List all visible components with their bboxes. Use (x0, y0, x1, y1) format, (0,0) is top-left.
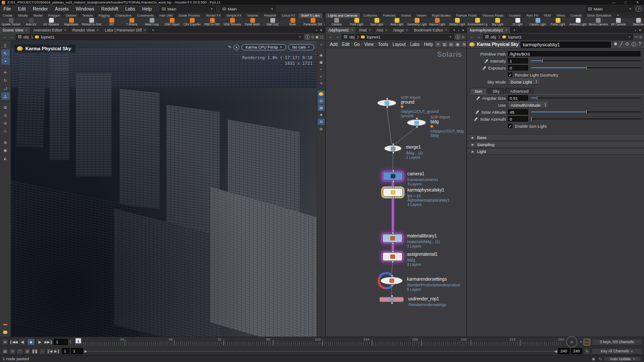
pane-tab--out[interactable]: /out✕ (374, 27, 391, 33)
stop-button[interactable]: ■ (27, 338, 35, 345)
ghost-icon[interactable]: ◐ (318, 73, 325, 80)
shelf-tool-portal-light[interactable]: Portal Light (548, 18, 568, 26)
slider-handle[interactable] (531, 116, 532, 122)
keyframe-pencil-icon[interactable] (474, 117, 478, 121)
chevron-down-icon[interactable]: ▼ (449, 35, 452, 38)
shelf-tool-uv-visualize[interactable]: UV Visualize (41, 18, 61, 26)
back-icon[interactable]: ← (328, 35, 333, 39)
back-icon[interactable]: ← (2, 35, 7, 39)
shelf-tab-terrain-fx[interactable]: Terrain FX (203, 13, 224, 18)
network-menu-layout[interactable]: Layout (390, 42, 408, 47)
checkbox-render-light-geometry[interactable]: ✓Render Light Geometry (508, 73, 558, 77)
palette-icon[interactable]: ▦ (455, 42, 461, 47)
shelf-tool-auto-uv[interactable]: Auto UV (21, 18, 41, 26)
shelf-tool-stereo-camera[interactable]: Stereo Camera (588, 18, 608, 26)
node-bldg[interactable] (407, 119, 426, 126)
network-menu-help[interactable]: Help (422, 42, 435, 47)
breadcrumb-node[interactable]: lopnet1 (367, 35, 380, 39)
forward-icon[interactable]: → (9, 35, 14, 39)
shelf-tab-collisions[interactable]: Collisions (360, 13, 380, 18)
snap-multi[interactable]: ◇ (1, 127, 10, 135)
shelf-tool-vat[interactable]: VAT (102, 18, 122, 26)
shelf-tool-mapsbaker[interactable]: MapsBaker (61, 18, 81, 26)
shelf-tab-particle-fluids[interactable]: Particle Fluids (454, 13, 480, 18)
desktop-selector[interactable]: Main ▼ (160, 6, 216, 12)
keyframe-pencil-icon[interactable] (476, 96, 480, 100)
pane-tab-labs-parameter-diff[interactable]: Labs | Parameter Diff✕ (102, 27, 149, 33)
shelf-tool-detail-mesh[interactable]: Detail Mesh (242, 18, 262, 26)
param-slider[interactable] (531, 109, 641, 115)
tab-sky[interactable]: Sky (488, 88, 504, 94)
shelf-tab-characters[interactable]: Characters (113, 13, 135, 18)
pencil-icon[interactable]: ✎ (228, 45, 232, 49)
tools-icon[interactable]: ✕ (435, 42, 441, 47)
radial-menu-selector[interactable]: Main ▼ (586, 6, 634, 12)
shelf-dock-icon[interactable]: ▬ (1, 320, 10, 327)
shelf-tab-crowds[interactable]: Crowds (568, 13, 584, 18)
select-tool[interactable]: ↖ (1, 49, 10, 57)
network-canvas[interactable]: Solaris SOP Importground/obj/geo1/OUT_gr… (326, 48, 466, 337)
frame-spinner[interactable]: ▲▼ (69, 340, 71, 344)
pane-tab-karmaphysicalsky1[interactable]: karmaphysicalsky1✕ (467, 27, 511, 33)
shelf-tool-camera[interactable]: Camera (326, 18, 346, 26)
keyframe-pencil-icon[interactable] (475, 110, 479, 114)
brush-icon[interactable]: ╱ (620, 42, 623, 48)
slider-handle[interactable] (586, 109, 587, 115)
node-name-field[interactable]: karmaphysicalsky1 (521, 42, 611, 48)
lops-lights-icon[interactable]: ◎ (318, 97, 325, 104)
range-start-icon[interactable]: ❙◀ (46, 348, 53, 355)
shelf-tool-environment-light[interactable]: Environment Light (467, 18, 487, 26)
shelf-tab-rigging[interactable]: Rigging (96, 13, 112, 18)
node-merge1[interactable] (384, 145, 402, 152)
link-number-badge[interactable]: 1 (455, 35, 460, 39)
node-karmaphysicalsky1[interactable] (383, 188, 403, 197)
playhead[interactable]: 1 (75, 338, 81, 344)
search-icon[interactable]: ⊙ (625, 42, 629, 48)
shelf-tab-modify[interactable]: Modify (16, 13, 31, 18)
frame-ruler[interactable]: 1 24487296120144168192216240 (75, 338, 562, 346)
shelf-tab-rigid-bodies[interactable]: Rigid Bodies (430, 13, 454, 18)
headlight-icon[interactable]: ☀ (318, 80, 325, 87)
pane-menu-icon[interactable]: ▼ (319, 28, 323, 32)
path-breadcrumb[interactable]: obj ❯ lopnet1 ▼ (483, 34, 633, 40)
minimize-button[interactable]: — (609, 0, 619, 4)
range-right-handle[interactable]: ◀ (554, 349, 557, 353)
keyframe-pencil-icon[interactable] (484, 59, 488, 63)
link-number-badge[interactable]: 1 (305, 35, 310, 39)
network-menu-view[interactable]: View (362, 42, 376, 47)
current-frame-field[interactable]: 1 (54, 339, 68, 345)
shelf-tab-wires[interactable]: Wires (554, 13, 568, 18)
display-points-icon[interactable]: ◈ (318, 111, 325, 118)
shelf-tool-vr-camera[interactable]: VR Camera (608, 18, 628, 26)
view-options-icon[interactable]: ◉ (318, 52, 325, 59)
breadcrumb-context[interactable]: obj (490, 35, 496, 39)
menu-assets[interactable]: Assets (51, 5, 72, 13)
shelf-tool-spot-light[interactable]: Spot Light (367, 18, 387, 26)
shelf-tool-geometry-light[interactable]: Geometry Light (407, 18, 427, 26)
shelf-tool-distant-light[interactable]: Distant Light (447, 18, 467, 26)
checkbox-box[interactable]: ✓ (508, 73, 512, 77)
close-icon[interactable]: ✕ (351, 28, 354, 32)
menu-labs[interactable]: Labs (122, 5, 139, 13)
shelf-tool-caustic-light[interactable]: Caustic Light (528, 18, 548, 26)
desktop-selector-2[interactable]: Main ▼ (220, 6, 276, 12)
shelf-tab-cloud-fx[interactable]: Cloud FX (279, 13, 298, 18)
auto-key-icon[interactable]: @ (24, 348, 31, 355)
scoped-channels-icon[interactable]: ⌐¬ (584, 339, 590, 345)
memory-icon[interactable]: ◉ (592, 357, 595, 361)
node-usdrender_rop1[interactable] (379, 297, 404, 302)
target-icon[interactable]: ◎ (639, 35, 642, 39)
display-prims-icon[interactable]: ⊡ (318, 118, 325, 125)
snap-point[interactable]: ⊙ (1, 111, 10, 119)
play-reverse-button[interactable]: ◀ (18, 338, 26, 345)
shelf-tool-sky-light[interactable]: Sky Light (487, 18, 508, 26)
slider-handle[interactable] (542, 58, 543, 63)
checkbox-enable-sun-light[interactable]: ✓Enable Sun Light (508, 124, 546, 129)
shelf-tab-vellum[interactable]: Vellum (414, 13, 430, 18)
shelf-tab-guide-process[interactable]: Guide Process (176, 13, 203, 18)
chevron-down-icon[interactable]: ▼ (580, 341, 582, 343)
network-menu-labs[interactable]: Labs (408, 42, 422, 47)
slider-handle[interactable] (536, 95, 538, 101)
pin-icon[interactable]: ◎ (462, 35, 465, 39)
pane-menu-icon[interactable]: ▼ (638, 28, 642, 32)
